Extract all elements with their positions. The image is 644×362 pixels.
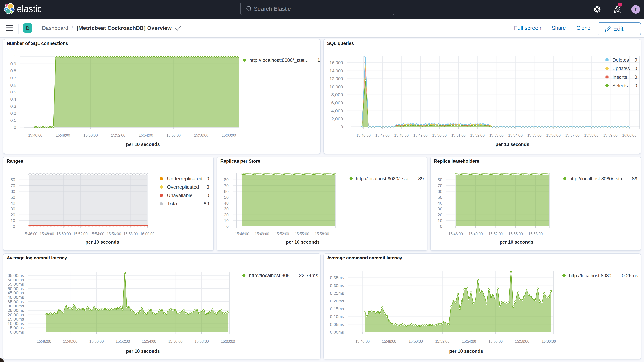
- svg-text:per 10 seconds: per 10 seconds: [286, 240, 320, 244]
- svg-text:15:52:00: 15:52:00: [73, 232, 88, 236]
- svg-text:Overreplicated: Overreplicated: [167, 184, 199, 190]
- svg-text:0.5: 0.5: [10, 90, 16, 94]
- svg-text:70: 70: [438, 183, 442, 188]
- svg-text:Selects: Selects: [612, 83, 628, 88]
- svg-text:Replicas per Store: Replicas per Store: [220, 158, 260, 164]
- svg-text:15.00ms: 15.00ms: [8, 317, 24, 322]
- svg-text:60: 60: [224, 189, 229, 194]
- svg-text:1: 1: [14, 54, 16, 59]
- svg-text:15:46:00: 15:46:00: [448, 232, 463, 236]
- svg-text:Updates: Updates: [612, 66, 630, 71]
- svg-text:15:58:00: 15:58:00: [194, 133, 208, 138]
- svg-text:22.74ms: 22.74ms: [299, 272, 318, 278]
- svg-text:15:55:00: 15:55:00: [527, 133, 542, 138]
- svg-text:8,000: 8,000: [331, 92, 343, 97]
- svg-text:15:50:00: 15:50:00: [90, 339, 104, 344]
- svg-text:30: 30: [10, 206, 15, 211]
- svg-text:0.1: 0.1: [10, 118, 16, 123]
- svg-text:Inserts: Inserts: [612, 74, 627, 80]
- svg-text:0.8: 0.8: [10, 68, 16, 73]
- svg-text:10.00ms: 10.00ms: [8, 321, 24, 326]
- svg-text:0: 0: [634, 83, 637, 88]
- svg-text:80: 80: [438, 177, 442, 182]
- svg-text:15:53:00: 15:53:00: [489, 133, 504, 138]
- svg-text:0.3: 0.3: [10, 104, 16, 109]
- svg-text:Dashboard: Dashboard: [42, 25, 68, 31]
- svg-text:15:50:00: 15:50:00: [56, 232, 71, 236]
- svg-text:30: 30: [224, 206, 229, 211]
- svg-text:http://localhost:8080...: http://localhost:8080...: [569, 273, 615, 278]
- svg-text:15:58:00: 15:58:00: [124, 232, 138, 236]
- svg-text:50: 50: [224, 195, 229, 200]
- svg-text:70: 70: [10, 183, 15, 188]
- svg-text:15:49:00: 15:49:00: [468, 232, 483, 236]
- svg-text:5.00ms: 5.00ms: [10, 326, 24, 330]
- svg-text:Total: Total: [167, 201, 178, 207]
- svg-text:70: 70: [224, 183, 229, 188]
- svg-text:15:56:00: 15:56:00: [107, 232, 121, 236]
- svg-text:0.9: 0.9: [10, 62, 16, 66]
- svg-text:per 10 seconds: per 10 seconds: [449, 348, 483, 354]
- svg-text:20: 20: [10, 212, 15, 217]
- svg-text:0.00ms: 0.00ms: [10, 330, 24, 335]
- svg-text:elastic: elastic: [17, 3, 42, 14]
- svg-text:15:50:00: 15:50:00: [84, 133, 98, 138]
- svg-text:0.25ms: 0.25ms: [330, 291, 344, 296]
- svg-text:15:48:00: 15:48:00: [40, 232, 54, 236]
- svg-text:0.7: 0.7: [10, 76, 16, 80]
- svg-text:4,000: 4,000: [331, 108, 343, 113]
- svg-text:12,000: 12,000: [330, 76, 343, 81]
- svg-text:15:52:00: 15:52:00: [116, 339, 130, 344]
- svg-text:14,000: 14,000: [330, 68, 343, 73]
- svg-text:0: 0: [206, 184, 209, 190]
- svg-text:0.05ms: 0.05ms: [330, 322, 344, 327]
- svg-text:Share: Share: [552, 25, 566, 31]
- svg-text:0.4: 0.4: [10, 97, 16, 102]
- svg-text:10: 10: [438, 218, 442, 223]
- svg-text:0: 0: [341, 124, 343, 129]
- svg-text:http://localhost:8080/_sta...: http://localhost:8080/_sta...: [570, 176, 626, 182]
- svg-text:15:58:00: 15:58:00: [194, 339, 209, 344]
- svg-text:0.6: 0.6: [10, 83, 16, 88]
- svg-text:15:50:00: 15:50:00: [432, 133, 446, 138]
- svg-text:60: 60: [10, 189, 15, 194]
- svg-text:http://localhost:808...: http://localhost:808...: [249, 272, 294, 278]
- svg-text:15:48:00: 15:48:00: [394, 133, 408, 138]
- svg-text:0: 0: [14, 125, 16, 130]
- svg-text:20: 20: [224, 212, 229, 217]
- svg-text:per 10 seconds: per 10 seconds: [126, 142, 160, 147]
- svg-text:[Metricbeat CockroachDB] Overv: [Metricbeat CockroachDB] Overview: [76, 25, 172, 31]
- svg-text:15:59:00: 15:59:00: [603, 133, 618, 138]
- svg-text:35.00ms: 35.00ms: [8, 299, 24, 304]
- svg-text:0: 0: [634, 66, 637, 71]
- svg-text:80: 80: [10, 177, 15, 182]
- svg-text:6,000: 6,000: [331, 100, 343, 105]
- svg-text:50: 50: [10, 195, 15, 200]
- svg-text:Average log commit latency: Average log commit latency: [7, 255, 67, 260]
- svg-text:15:54:00: 15:54:00: [462, 339, 476, 344]
- svg-text:15:46:00: 15:46:00: [28, 133, 42, 138]
- svg-text:per 10 seconds: per 10 seconds: [86, 240, 119, 244]
- svg-text:15:57:00: 15:57:00: [565, 133, 580, 138]
- svg-text:15:50:00: 15:50:00: [408, 339, 423, 344]
- svg-text:Ranges: Ranges: [7, 158, 23, 164]
- svg-text:50.00ms: 50.00ms: [8, 286, 24, 291]
- svg-text:15:56:00: 15:56:00: [546, 133, 560, 138]
- svg-text:Full screen: Full screen: [514, 25, 542, 31]
- svg-text:Average command commit latency: Average command commit latency: [327, 255, 402, 260]
- svg-text:15:58:00: 15:58:00: [515, 339, 529, 344]
- svg-text:15:58:00: 15:58:00: [528, 232, 542, 236]
- svg-text:Replica leaseholders: Replica leaseholders: [434, 158, 479, 164]
- svg-text:15:47:00: 15:47:00: [376, 133, 390, 138]
- svg-text:0.10ms: 0.10ms: [330, 314, 344, 319]
- svg-text:15:46:00: 15:46:00: [235, 232, 249, 236]
- svg-text:15:56:00: 15:56:00: [168, 339, 182, 344]
- svg-text:45.00ms: 45.00ms: [8, 290, 24, 295]
- svg-text:15:46:00: 15:46:00: [356, 133, 370, 138]
- svg-text:25.00ms: 25.00ms: [8, 308, 24, 313]
- svg-text:16,000: 16,000: [330, 60, 343, 65]
- svg-text:60.00ms: 60.00ms: [8, 278, 24, 282]
- svg-text:15:51:00: 15:51:00: [452, 133, 466, 138]
- svg-text:10: 10: [10, 218, 15, 223]
- svg-text:15:54:00: 15:54:00: [508, 133, 522, 138]
